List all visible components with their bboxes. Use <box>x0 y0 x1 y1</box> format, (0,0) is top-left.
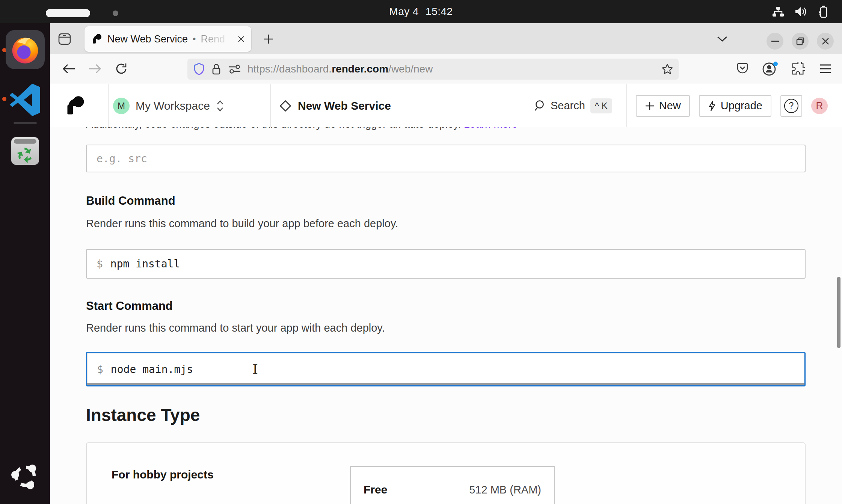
tracking-shield-icon <box>193 63 205 75</box>
page-scrollbar-thumb[interactable] <box>837 277 840 348</box>
instance-group-label: For hobby projects <box>112 467 214 482</box>
start-command-value[interactable]: node main.mjs <box>111 363 193 376</box>
upgrade-button-label: Upgrade <box>721 100 762 112</box>
extensions-button[interactable] <box>789 60 807 78</box>
list-tabs-button[interactable] <box>714 32 730 47</box>
tab-title-separator: • <box>193 34 196 44</box>
chevron-down-icon <box>717 36 728 42</box>
url-host: render.com <box>332 63 388 75</box>
render-favicon-icon <box>92 34 103 44</box>
build-command-description: Render runs this command to build your a… <box>86 216 806 231</box>
user-avatar[interactable]: R <box>811 98 828 114</box>
system-top-bar: May 4 15:42 <box>0 0 842 23</box>
reload-button[interactable] <box>112 60 130 78</box>
workspace-selector[interactable]: M My Workspace <box>113 84 224 127</box>
page-content: Additionally, code changes outside of th… <box>50 127 842 504</box>
pocket-button[interactable] <box>733 60 751 78</box>
url-path: /web/new <box>388 63 433 75</box>
workspace-avatar: M <box>113 98 130 114</box>
dock-separator <box>14 122 37 124</box>
activities-pill[interactable] <box>46 9 90 17</box>
start-command-field[interactable]: $ node main.mjs I <box>86 352 806 386</box>
dock-item-trash[interactable] <box>6 131 45 171</box>
bookmark-star-icon[interactable] <box>661 63 673 75</box>
ubuntu-logo-icon <box>9 459 41 493</box>
clipped-text: Additionally, code changes outside of th… <box>86 127 464 130</box>
url-text[interactable]: https://dashboard.render.com/web/new <box>247 63 433 75</box>
tab-title-site: Rend <box>201 33 225 45</box>
page-title-group: New Web Service <box>280 84 391 127</box>
header-divider <box>270 84 271 127</box>
minimize-button[interactable] <box>767 33 783 50</box>
volume-icon <box>795 6 807 17</box>
plus-icon <box>645 101 655 111</box>
page-title: New Web Service <box>298 100 391 112</box>
account-icon <box>762 62 778 76</box>
header-divider <box>108 84 109 127</box>
browser-window: New Web Service • Rend <box>50 23 842 504</box>
firefox-view-icon <box>58 33 71 45</box>
instance-type-panel: For hobby projects Free 512 MB (RAM) <box>86 442 806 504</box>
workspace-indicator-dot <box>113 11 118 16</box>
build-command-heading: Build Command <box>86 193 806 208</box>
hamburger-icon <box>819 64 831 74</box>
clock[interactable]: May 4 15:42 <box>389 6 453 18</box>
permissions-toggles-icon[interactable] <box>228 63 241 75</box>
plan-ram: 512 MB (RAM) <box>469 484 541 496</box>
url-prefix: https://dashboard. <box>247 63 332 75</box>
tab-strip: New Web Service • Rend <box>50 23 842 54</box>
puzzle-icon <box>791 62 805 75</box>
trash-icon <box>9 134 42 167</box>
account-button[interactable] <box>761 60 779 78</box>
url-bar[interactable]: https://dashboard.render.com/web/new <box>187 59 679 80</box>
help-button[interactable]: ? <box>780 95 802 117</box>
new-button[interactable]: New <box>636 95 690 117</box>
chevron-up-down-icon <box>216 99 224 113</box>
plan-name: Free <box>364 483 387 496</box>
tab-close-button[interactable] <box>237 35 245 43</box>
header-actions: Search ^ K New Upgrade <box>534 84 842 127</box>
pocket-icon <box>736 62 749 75</box>
window-controls <box>767 33 834 50</box>
dock-item-vscode[interactable] <box>6 80 45 119</box>
app-menu-button[interactable] <box>816 60 834 78</box>
restore-button[interactable] <box>792 33 809 50</box>
root-directory-field[interactable] <box>86 145 806 172</box>
dock-item-firefox[interactable] <box>6 30 45 69</box>
system-tray[interactable] <box>772 0 829 23</box>
forward-button[interactable] <box>86 60 104 78</box>
clipped-text-line: Additionally, code changes outside of th… <box>86 127 806 131</box>
render-logo-icon[interactable] <box>66 96 86 116</box>
diamond-icon <box>280 100 291 112</box>
text-cursor: I <box>252 362 258 376</box>
battery-charging-icon <box>818 5 829 18</box>
workspace-name: My Workspace <box>136 100 210 112</box>
root-directory-input[interactable] <box>97 152 805 165</box>
close-button[interactable] <box>817 33 834 50</box>
dock-item-show-apps[interactable] <box>9 459 41 493</box>
upgrade-button[interactable]: Upgrade <box>699 95 771 117</box>
app-header: M My Workspace New Web Service <box>50 84 842 127</box>
start-command-description: Render runs this command to start your a… <box>86 320 806 335</box>
search-label: Search <box>551 100 585 112</box>
dock <box>0 23 50 504</box>
firefox-icon <box>9 33 41 66</box>
browser-tab[interactable]: New Web Service • Rend <box>85 26 251 52</box>
screen: May 4 15:42 <box>0 0 842 504</box>
new-tab-button[interactable] <box>260 31 277 47</box>
back-button[interactable] <box>60 60 78 78</box>
build-command-value[interactable]: npm install <box>110 258 180 270</box>
learn-more-link[interactable]: Learn more <box>464 127 518 130</box>
header-divider <box>626 84 627 127</box>
clock-time: 15:42 <box>426 6 453 18</box>
search-control[interactable]: Search ^ K <box>534 98 612 113</box>
free-plan-card[interactable]: Free 512 MB (RAM) <box>350 466 555 504</box>
lightning-icon <box>708 100 716 112</box>
instance-type-heading: Instance Type <box>86 404 806 426</box>
vscode-icon <box>8 83 42 117</box>
lock-icon[interactable] <box>211 63 222 75</box>
network-tree-icon <box>772 6 784 17</box>
question-mark-icon: ? <box>784 99 798 113</box>
build-command-field[interactable]: $ npm install <box>86 249 806 279</box>
firefox-view-button[interactable] <box>56 32 73 47</box>
